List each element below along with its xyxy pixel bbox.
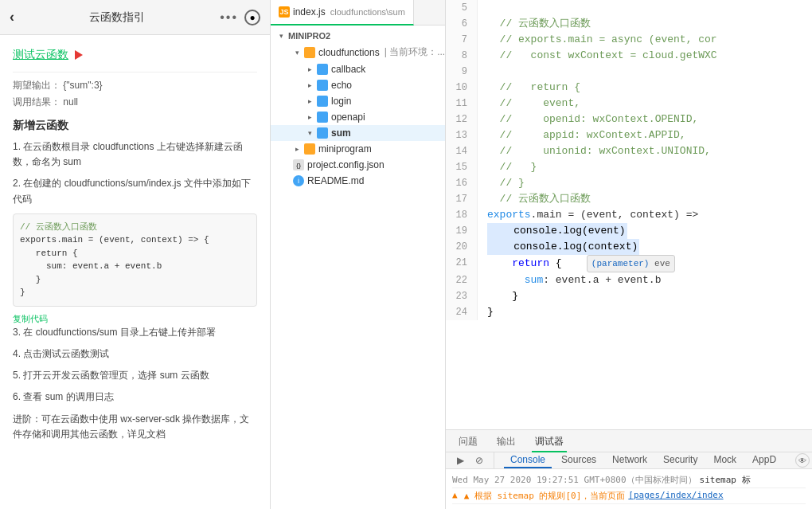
chevron-right-icon: ▸: [306, 65, 314, 73]
divider-1: [13, 72, 257, 72]
tab-filename: index.js: [293, 6, 326, 18]
folder-icon-login: [317, 96, 328, 107]
project-name-label: MINIPRO2: [288, 31, 330, 41]
js-file-icon: JS: [279, 6, 290, 18]
file-tree-tab-bar: JS index.js cloudfunctions\sum: [271, 0, 445, 25]
back-button[interactable]: ‹: [10, 9, 14, 25]
console-log-area: Wed May 27 2020 19:27:51 GMT+0800（中国标准时间…: [446, 469, 812, 509]
step-6: 6. 查看 sum 的调用日志: [13, 390, 257, 405]
tree-item-openapi[interactable]: ▸ openapi: [271, 109, 445, 125]
section-title: 新增云函数: [13, 119, 257, 133]
chevron-right-icon: ▸: [306, 81, 314, 89]
dev-tab-console[interactable]: Console: [504, 452, 552, 468]
folder-icon-openapi: [317, 112, 328, 123]
dev-tab-mock[interactable]: Mock: [707, 452, 743, 468]
expected-output-row: 期望输出： {"sum":3}: [13, 79, 257, 92]
filter-area: 👁 top 🔍: [795, 452, 812, 468]
tree-project-root[interactable]: ▾ MINIPRO2: [271, 29, 445, 43]
advance-text: 进阶：可在云函数中使用 wx-server-sdk 操作数据库，文件存储和调用其…: [13, 412, 257, 442]
code-line-11: 11 // event,: [446, 96, 812, 112]
chevron-right-icon: ▸: [293, 145, 301, 153]
step-1: 1. 在云函数根目录 cloudfunctions 上右键选择新建云函数，命名为…: [13, 139, 257, 170]
folder-icon-miniprogram: [304, 143, 315, 155]
call-result-row: 调用结果： null: [13, 96, 257, 109]
log-row-2: ▲ ▲ 根据 sitemap 的规则[0]，当前页面 [pages/index/…: [452, 488, 806, 504]
tree-item-readme[interactable]: i README.md: [271, 173, 445, 189]
code-line-1: // 云函数入口函数: [20, 221, 250, 234]
panel-title: 云函数指引: [21, 10, 213, 25]
code-line-10: 10 // return {: [446, 80, 812, 96]
call-result-value: null: [63, 96, 78, 108]
folder-icon-sum: [317, 127, 328, 139]
code-line-13: 13 // appid: wxContext.APPID,: [446, 127, 812, 143]
code-line-6: }: [20, 286, 250, 300]
tree-label-env: | 当前环境：...: [385, 45, 445, 59]
tree-item-sum[interactable]: ▾ sum: [271, 125, 445, 141]
tree-item-miniprogram[interactable]: ▸ miniprogram: [271, 141, 445, 157]
test-cloud-function-link[interactable]: 测试云函数: [13, 48, 68, 62]
folder-icon-cloudfunctions: [304, 47, 315, 58]
tab-index-js[interactable]: JS index.js cloudfunctions\sum: [271, 0, 414, 25]
test-row: 测试云函数: [13, 48, 257, 65]
tree-label-login: login: [331, 96, 351, 107]
code-line-5: 5: [446, 0, 812, 16]
folder-icon-echo: [317, 80, 328, 91]
right-panel: 5 6 // 云函数入口函数 7 // exports.main = async…: [446, 0, 812, 509]
tree-item-config-json[interactable]: {} project.config.json: [271, 157, 445, 173]
console-toolbar: ▶ ⊘ Console Sources Network Security Moc…: [446, 452, 812, 469]
dev-tab-sources[interactable]: Sources: [555, 452, 603, 468]
dev-tab-appd[interactable]: AppD: [746, 452, 783, 468]
expected-output-label: 期望输出：: [13, 80, 61, 91]
code-line-20: 20 console.log(context): [446, 239, 812, 255]
file-tree-panel: JS index.js cloudfunctions\sum ▾ MINIPRO…: [271, 0, 446, 509]
stop-icon[interactable]: ⊘: [471, 452, 487, 468]
file-tree: ▾ MINIPRO2 ▾ cloudfunctions | 当前环境：... ▸…: [271, 25, 445, 509]
chevron-down-icon: ▾: [277, 32, 285, 40]
code-line-6: 6 // 云函数入口函数: [446, 16, 812, 32]
tree-item-login[interactable]: ▸ login: [271, 93, 445, 109]
chevron-down-icon: ▾: [293, 49, 301, 57]
code-line-21: 21 return { (parameter) eve: [446, 255, 812, 272]
code-line-3: return {: [20, 247, 250, 260]
folder-icon-callback: [317, 64, 328, 75]
tab-wenti[interactable]: 问题: [455, 430, 481, 452]
code-line-18: 18 exports.main = (event, context) =>: [446, 207, 812, 223]
code-line-5: }: [20, 273, 250, 287]
expected-output-value: {"sum":3}: [63, 80, 102, 91]
code-line-24: 24 }: [446, 304, 812, 320]
step-5: 5. 打开云开发云函数管理页，选择 sum 云函数: [13, 368, 257, 383]
code-editor[interactable]: 5 6 // 云函数入口函数 7 // exports.main = async…: [446, 0, 812, 429]
log-text-1: sitemap 标: [700, 474, 751, 486]
chevron-right-icon: ▸: [306, 113, 314, 121]
code-line-16: 16 // }: [446, 175, 812, 191]
log-link-2[interactable]: [pages/index/index: [628, 490, 723, 500]
tab-shuchu[interactable]: 输出: [494, 430, 519, 452]
tree-item-callback[interactable]: ▸ callback: [271, 61, 445, 77]
tab-tiaoshi[interactable]: 调试器: [532, 430, 567, 452]
copy-code-button[interactable]: 复制代码: [13, 313, 257, 325]
eye-icon[interactable]: 👁: [795, 453, 810, 468]
tree-label-echo: echo: [331, 80, 352, 91]
dev-tab-network[interactable]: Network: [606, 452, 654, 468]
red-arrow-icon: [75, 50, 83, 60]
execute-button[interactable]: ▶: [452, 452, 468, 468]
code-line-4: sum: event.a + event.b: [20, 260, 250, 273]
more-button[interactable]: •••: [220, 10, 238, 25]
circle-button[interactable]: ●: [244, 10, 260, 25]
tree-item-cloudfunctions[interactable]: ▾ cloudfunctions | 当前环境：...: [271, 43, 445, 61]
tree-item-echo[interactable]: ▸ echo: [271, 77, 445, 93]
left-content: 测试云函数 期望输出： {"sum":3} 调用结果： null 新增云函数 1…: [0, 35, 270, 509]
tab-filepath: cloudfunctions\sum: [330, 7, 405, 17]
tree-label-cloudfunctions: cloudfunctions: [318, 47, 380, 58]
dev-tabs: Console Sources Network Security Mock Ap…: [504, 452, 783, 468]
step-4: 4. 点击测试云函数测试: [13, 347, 257, 362]
tree-label-sum: sum: [331, 127, 351, 139]
code-snippet: // 云函数入口函数 exports.main = (event, contex…: [13, 213, 257, 307]
call-result-label: 调用结果：: [13, 96, 61, 108]
log-row-1: Wed May 27 2020 19:27:51 GMT+0800（中国标准时间…: [452, 472, 806, 488]
dev-tab-security[interactable]: Security: [657, 452, 704, 468]
code-line-14: 14 // unionid: wxContext.UNIONID,: [446, 143, 812, 159]
step-3: 3. 在 cloudfunctions/sum 目录上右键上传并部署: [13, 325, 257, 340]
left-panel: ‹ 云函数指引 ••• ● 测试云函数 期望输出： {"sum":3} 调用结果…: [0, 0, 271, 509]
code-line-22: 22 sum: event.a + event.b: [446, 272, 812, 288]
